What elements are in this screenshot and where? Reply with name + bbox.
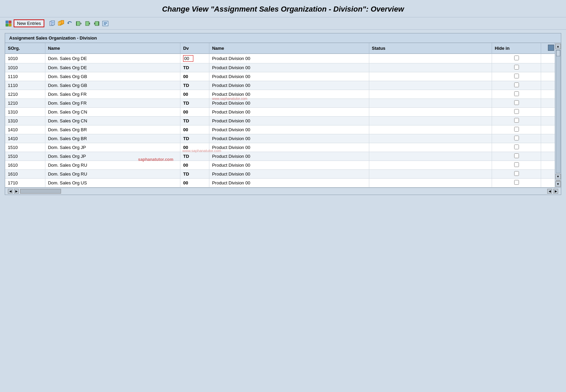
hidein-checkbox[interactable] [514, 74, 519, 78]
cell-sorg: 1510 [5, 143, 45, 152]
cell-sorg: 1710 [5, 179, 45, 187]
cell-status [369, 143, 492, 152]
table-row: 1010Dom. Sales Org DEProduct Division 00 [5, 54, 561, 63]
cell-dv: 00 [180, 179, 209, 187]
hidein-checkbox[interactable] [514, 82, 519, 87]
hidein-checkbox[interactable] [514, 65, 519, 70]
cell-divname: Product Division 00 [209, 143, 369, 152]
move-first-icon[interactable] [75, 20, 83, 27]
config-icon[interactable] [5, 20, 12, 27]
cell-status [369, 179, 492, 187]
svg-rect-10 [61, 20, 64, 24]
table-body: 1010Dom. Sales Org DEProduct Division 00… [5, 54, 561, 187]
table-row: 1410Dom. Sales Org BRTDProduct Division … [5, 134, 561, 143]
hidein-checkbox[interactable] [514, 109, 519, 114]
table-row: 1410Dom. Sales Org BR00Product Division … [5, 125, 561, 134]
details-icon[interactable] [102, 20, 109, 27]
cell-name: Dom. Sales Org RU [45, 161, 180, 170]
h-scroll-right-button[interactable]: ▶ [14, 189, 19, 194]
content-area: Assignment Sales Organization - Division… [5, 33, 561, 195]
new-entries-button[interactable]: New Entries [14, 19, 44, 27]
hidein-checkbox[interactable] [514, 100, 519, 105]
cell-status [369, 108, 492, 117]
cell-hidein [492, 54, 541, 63]
hidein-checkbox[interactable] [514, 127, 519, 132]
cell-dv: TD [180, 170, 209, 179]
main-container: Change View "Assignment Sales Organizati… [0, 0, 566, 392]
column-settings-icon[interactable] [548, 45, 554, 51]
h-scroll-left-button[interactable]: ◀ [8, 189, 13, 194]
cell-name: Dom. Sales Org FR [45, 99, 180, 108]
table-row: 1510Dom. Sales Org JP00Product Division … [5, 143, 561, 152]
cell-hidein [492, 117, 541, 125]
horizontal-scroll-left: ◀ ▶ [8, 189, 61, 194]
cell-hidein [492, 90, 541, 99]
cell-divname: Product Division 00 [209, 108, 369, 117]
copy-icon[interactable] [48, 20, 56, 27]
cell-name: Dom. Sales Org US [45, 179, 180, 187]
hidein-checkbox[interactable] [514, 171, 519, 176]
cell-name: Dom. Sales Org BR [45, 134, 180, 143]
col-header-name2: Name [209, 43, 369, 54]
h-scroll-end-right-button[interactable]: ▶ [553, 189, 558, 194]
h-scroll-end-left-button[interactable]: ◀ [547, 189, 552, 194]
undo-icon[interactable] [66, 20, 74, 27]
table-wrapper: SOrg. Name Dv Name Status Hide in 1010Do… [5, 43, 561, 187]
cell-hidein [492, 63, 541, 72]
hidein-checkbox[interactable] [514, 56, 519, 60]
cell-divname: Product Division 00www.saphanatutor.com [209, 90, 369, 99]
cell-hidein [492, 99, 541, 108]
hidein-checkbox[interactable] [514, 145, 519, 149]
scroll-down-button[interactable]: ▼ [555, 174, 561, 179]
cell-name: Dom. Sales Org CN [45, 108, 180, 117]
scroll-track [556, 50, 561, 173]
cell-name: Dom. Sales Org GB [45, 81, 180, 90]
cell-dv: 00 [180, 143, 209, 152]
cell-name: Dom. Sales Org DE [45, 54, 180, 63]
table-row: 1010Dom. Sales Org DETDProduct Division … [5, 63, 561, 72]
table-row: 1610Dom. Sales Org RU00Product Division … [5, 161, 561, 170]
cell-sorg: 1210 [5, 90, 45, 99]
cell-dv: TD [180, 152, 209, 161]
move-next-icon[interactable] [93, 20, 100, 27]
cell-status [369, 90, 492, 99]
table-row: 1510Dom. Sales Org JPTDProduct Division … [5, 152, 561, 161]
hidein-checkbox[interactable] [514, 118, 519, 123]
cell-name: Dom. Sales Org JP [45, 143, 180, 152]
cell-sorg: 1410 [5, 125, 45, 134]
cell-status [369, 134, 492, 143]
h-scroll-track[interactable] [20, 189, 61, 194]
cell-dv: 00 [180, 108, 209, 117]
hidein-checkbox[interactable] [514, 180, 519, 185]
cell-divname: Product Division 00 [209, 170, 369, 179]
cell-status [369, 152, 492, 161]
cell-status [369, 54, 492, 63]
cell-status [369, 161, 492, 170]
cell-name: Dom. Sales Org BR [45, 125, 180, 134]
svg-rect-17 [95, 21, 99, 26]
cell-hidein [492, 108, 541, 117]
scroll-up-button[interactable]: ▲ [555, 44, 561, 49]
hidein-checkbox[interactable] [514, 91, 519, 96]
dv-input[interactable] [183, 55, 193, 62]
svg-marker-13 [80, 22, 81, 25]
hidein-checkbox[interactable] [514, 136, 519, 140]
table-row: 1210Dom. Sales Org FRTDProduct Division … [5, 99, 561, 108]
cell-status [369, 125, 492, 134]
svg-rect-15 [86, 21, 89, 26]
multi-copy-icon[interactable] [57, 20, 65, 27]
col-header-dv: Dv [180, 43, 209, 54]
cell-hidein [492, 161, 541, 170]
cell-hidein [492, 179, 541, 187]
cell-divname: Product Division 00 [209, 54, 369, 63]
scroll-bottom-button[interactable]: ▼ [555, 181, 561, 187]
svg-rect-1 [9, 21, 11, 23]
hidein-checkbox[interactable] [514, 153, 519, 158]
scroll-thumb[interactable] [556, 50, 560, 56]
vertical-scrollbar[interactable]: ▲ ▼ ▼ [555, 43, 561, 187]
cell-hidein [492, 81, 541, 90]
hidein-checkbox[interactable] [514, 162, 519, 167]
move-prev-icon[interactable] [84, 20, 91, 27]
scroll-divider [556, 180, 561, 181]
cell-hidein [492, 152, 541, 161]
